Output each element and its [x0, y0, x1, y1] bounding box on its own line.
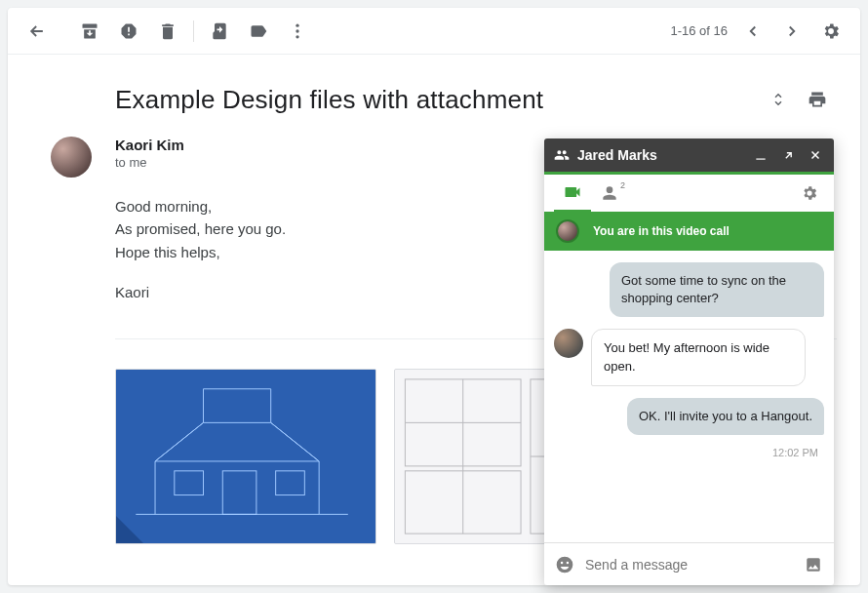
chat-timestamp: 12:02 PM [772, 447, 824, 458]
email-signature: Kaori [115, 281, 525, 303]
chat-bubble-received-row: You bet! My afternoon is wide open. [554, 329, 824, 385]
email-body: Good morning, As promised, here you go. … [115, 195, 525, 303]
back-button[interactable] [18, 12, 57, 51]
attach-photo-button[interactable] [803, 554, 824, 575]
email-body-paragraph: Good morning, As promised, here you go. … [115, 195, 525, 263]
move-to-button[interactable] [200, 12, 239, 51]
chat-contact-name: Jared Marks [577, 147, 657, 163]
next-page-button[interactable] [772, 12, 811, 51]
print-button[interactable] [798, 80, 837, 119]
people-count-badge: 2 [620, 180, 625, 190]
close-button[interactable] [807, 146, 824, 164]
chat-header[interactable]: Jared Marks [544, 138, 834, 172]
minimize-button[interactable] [752, 146, 769, 164]
svg-rect-3 [116, 370, 375, 543]
archive-button[interactable] [70, 12, 109, 51]
dogear-icon [116, 516, 143, 543]
chat-bubble-received: You bet! My afternoon is wide open. [591, 329, 806, 385]
tab-video-call[interactable] [554, 175, 591, 212]
recipient-line: to me [115, 155, 184, 170]
popout-button[interactable] [779, 146, 797, 164]
spam-button[interactable] [109, 12, 148, 51]
svg-point-1 [296, 29, 298, 32]
labels-button[interactable] [239, 12, 278, 51]
people-icon [554, 147, 570, 163]
attachment-blueprint[interactable] [115, 369, 376, 544]
chat-bubble-sent: OK. I'll invite you to a Hangout. [627, 398, 824, 435]
expand-collapse-button[interactable] [759, 80, 798, 119]
chat-tabs: 2 [544, 175, 834, 212]
settings-button[interactable] [811, 12, 850, 51]
call-avatar [556, 219, 579, 243]
contact-avatar [554, 329, 583, 358]
toolbar: 1-16 of 16 [8, 8, 860, 55]
sender-avatar[interactable] [51, 137, 92, 178]
svg-point-2 [296, 35, 298, 38]
page-count: 1-16 of 16 [670, 23, 728, 38]
in-call-banner[interactable]: You are in this video call [544, 212, 834, 251]
subject-row: Example Design files with attachment [8, 55, 860, 137]
chat-message-input[interactable] [585, 557, 793, 573]
in-call-text: You are in this video call [593, 224, 730, 238]
svg-point-0 [296, 23, 298, 26]
email-subject: Example Design files with attachment [115, 85, 543, 115]
chat-bubble-sent: Got some time to sync on the shopping ce… [610, 262, 824, 317]
svg-rect-15 [756, 159, 765, 160]
separator [193, 20, 194, 42]
sender-name: Kaori Kim [115, 137, 184, 153]
prev-page-button[interactable] [733, 12, 772, 51]
hangouts-chat-panel: Jared Marks 2 You are in this video call… [544, 138, 834, 585]
emoji-button[interactable] [554, 554, 575, 575]
chat-compose-bar [544, 542, 834, 585]
chat-message-list: Got some time to sync on the shopping ce… [544, 251, 834, 542]
delete-button[interactable] [148, 12, 187, 51]
chat-settings-button[interactable] [795, 184, 824, 202]
more-button[interactable] [278, 12, 317, 51]
tab-people[interactable]: 2 [591, 175, 628, 212]
